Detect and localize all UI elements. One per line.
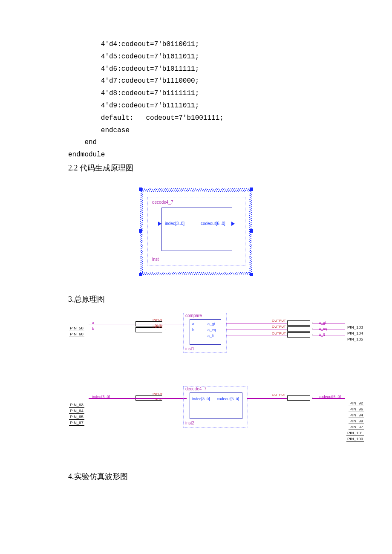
io-input-label: INPUT xyxy=(153,392,163,396)
code-line: endmodule xyxy=(68,151,105,159)
port-codeout: codeout[6..0] xyxy=(217,397,239,401)
io-output-label: OUTPUT xyxy=(272,393,286,397)
module-name: decode4_7 xyxy=(152,200,173,205)
port-indec: indec[3..0] xyxy=(192,397,210,401)
pin-label: PIN_133 xyxy=(346,325,364,330)
pin-label: PIN_100 xyxy=(346,436,364,442)
instance-name: inst xyxy=(152,257,159,262)
signal-codeout: codeout[6..0] xyxy=(319,395,341,399)
pin-label: PIN_64 xyxy=(69,408,84,414)
port-aeq: a_eq xyxy=(208,328,216,332)
pin-label: PIN_67 xyxy=(69,420,84,426)
code-line: endcase xyxy=(101,127,130,134)
pin-label: PIN_135 xyxy=(346,337,364,342)
pin-label: PIN_63 xyxy=(69,402,84,408)
schematic-decode4-7: decode4_7 indec[3..0] codeout[6..0] inst xyxy=(132,176,260,287)
pin-label: PIN_101 xyxy=(346,430,364,436)
pin-label: PIN_60 xyxy=(69,332,84,337)
pin-label: PIN_94 xyxy=(349,413,364,418)
pin-label: PIN_92 xyxy=(349,401,364,406)
code-line: 4'd6:codeout=7'b1011111; xyxy=(101,65,199,73)
heading-2-2: 2.2 代码生成原理图 xyxy=(68,163,324,173)
io-input-label: INPUT xyxy=(153,325,163,329)
code-line: 4'd5:codeout=7'b1011011; xyxy=(101,53,199,61)
module-name-compare: compare xyxy=(185,313,202,318)
code-line: default: codeout=7'b1001111; xyxy=(101,114,224,122)
io-input-label: INPUT xyxy=(153,318,163,322)
pin-label: PIN_65 xyxy=(69,414,84,420)
pin-label: PIN_58 xyxy=(69,326,84,331)
signal-agt: a_gt xyxy=(319,320,326,325)
module-name-decode: decode4_7 xyxy=(185,387,207,391)
io-output-label: OUTPUT xyxy=(272,325,286,329)
code-line: 4'd7:codeout=7'b1110000; xyxy=(101,77,199,85)
signal-alt: a_lt xyxy=(319,332,325,337)
port-agt: a_gt xyxy=(208,322,215,326)
port-b: b xyxy=(192,328,194,332)
pin-label: PIN_99 xyxy=(349,418,364,424)
port-codeout: codeout[6..0] xyxy=(201,221,225,226)
code-line: 4'd9:codeout=7'b1111011; xyxy=(101,102,199,110)
code-line: 4'd4:codeout=7'b0110011; xyxy=(101,40,199,48)
io-output-label: OUTPUT xyxy=(272,332,286,335)
pin-label: PIN_134 xyxy=(346,331,364,336)
port-indec: indec[3..0] xyxy=(165,221,184,226)
pin-label: PIN_97 xyxy=(349,424,364,430)
pin-label: PIN_96 xyxy=(349,407,364,412)
port-a: a xyxy=(192,322,194,326)
code-line: 4'd8:codeout=7'b1111111; xyxy=(101,89,199,97)
verilog-code: 4'd4:codeout=7'b0110011; 4'd5:codeout=7'… xyxy=(68,38,324,161)
heading-3: 3.总原理图 xyxy=(68,294,324,304)
signal-aeq: a_eq xyxy=(319,326,327,331)
schematic-top-level: PIN_58 PIN_60 a b INPUT VCC INPUT compar… xyxy=(67,308,366,465)
heading-4: 4.实验仿真波形图 xyxy=(68,471,324,482)
instance-name: inst1 xyxy=(185,346,194,351)
port-alt: a_lt xyxy=(208,334,214,338)
code-line: end xyxy=(84,138,97,146)
io-output-label: OUTPUT xyxy=(272,319,286,323)
instance-name: inst2 xyxy=(185,421,194,425)
